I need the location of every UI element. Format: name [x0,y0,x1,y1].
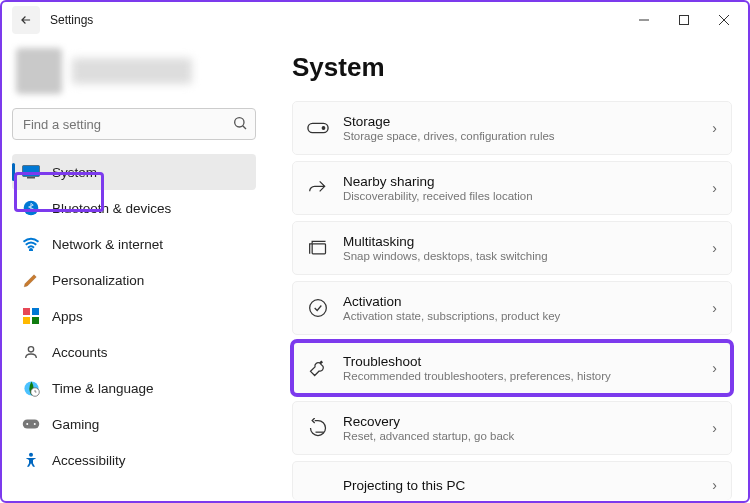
bluetooth-icon [22,199,40,217]
card-sub: Storage space, drives, configuration rul… [343,130,698,142]
close-button[interactable] [704,4,744,36]
card-sub: Reset, advanced startup, go back [343,430,698,442]
nav-label: Network & internet [52,237,163,252]
recovery-icon [307,417,329,439]
card-multitasking[interactable]: MultitaskingSnap windows, desktops, task… [292,221,732,275]
svg-line-5 [243,126,246,129]
wifi-icon [22,235,40,253]
svg-rect-6 [23,166,40,177]
card-title: Nearby sharing [343,174,698,189]
nav-label: Gaming [52,417,99,432]
card-title: Troubleshoot [343,354,698,369]
svg-rect-13 [32,317,39,324]
nav-label: Time & language [52,381,154,396]
card-nearby-sharing[interactable]: Nearby sharingDiscoverability, received … [292,161,732,215]
svg-rect-17 [23,420,40,429]
share-icon [307,177,329,199]
person-icon [22,343,40,361]
card-activation[interactable]: ActivationActivation state, subscription… [292,281,732,335]
chevron-right-icon: › [712,240,717,256]
nav-label: Bluetooth & devices [52,201,171,216]
svg-rect-12 [23,317,30,324]
back-button[interactable] [12,6,40,34]
card-sub: Activation state, subscriptions, product… [343,310,698,322]
paintbrush-icon [22,271,40,289]
nav-apps[interactable]: Apps [12,298,256,334]
nav-bluetooth[interactable]: Bluetooth & devices [12,190,256,226]
svg-point-24 [310,300,327,317]
nav-label: Accessibility [52,453,126,468]
page-title: System [292,52,734,83]
chevron-right-icon: › [712,420,717,436]
search-input[interactable] [12,108,256,140]
nav-time[interactable]: Time & language [12,370,256,406]
card-storage[interactable]: StorageStorage space, drives, configurat… [292,101,732,155]
card-recovery[interactable]: RecoveryReset, advanced startup, go back… [292,401,732,455]
maximize-icon [679,15,689,25]
wrench-icon [307,357,329,379]
svg-rect-11 [32,308,39,315]
card-title: Multitasking [343,234,698,249]
chevron-right-icon: › [712,360,717,376]
nav-label: Apps [52,309,83,324]
svg-point-22 [322,127,324,129]
gamepad-icon [22,415,40,433]
svg-point-20 [29,453,33,457]
nav-personalization[interactable]: Personalization [12,262,256,298]
nav-label: System [52,165,97,180]
nav-network[interactable]: Network & internet [12,226,256,262]
search-box[interactable] [12,108,256,140]
search-icon [232,115,248,131]
accessibility-icon [22,451,40,469]
window-title: Settings [50,13,93,27]
card-troubleshoot[interactable]: TroubleshootRecommended troubleshooters,… [292,341,732,395]
card-title: Projecting to this PC [343,478,698,493]
apps-icon [22,307,40,325]
nav-system[interactable]: System [12,154,256,190]
nav-accounts[interactable]: Accounts [12,334,256,370]
multitask-icon [307,237,329,259]
display-icon [22,163,40,181]
svg-rect-7 [27,177,35,179]
minimize-button[interactable] [624,4,664,36]
minimize-icon [639,15,649,25]
card-title: Recovery [343,414,698,429]
svg-point-18 [26,423,28,425]
chevron-right-icon: › [712,477,717,493]
card-projecting[interactable]: Projecting to this PC › [292,461,732,500]
card-title: Activation [343,294,698,309]
arrow-left-icon [19,13,33,27]
svg-rect-10 [23,308,30,315]
svg-rect-1 [680,16,689,25]
avatar [16,48,62,94]
card-sub: Snap windows, desktops, task switching [343,250,698,262]
svg-point-9 [30,249,32,251]
chevron-right-icon: › [712,180,717,196]
close-icon [719,15,729,25]
chevron-right-icon: › [712,120,717,136]
projecting-icon [307,474,329,496]
svg-rect-23 [312,244,325,254]
user-profile[interactable] [12,44,256,108]
card-sub: Discoverability, received files location [343,190,698,202]
check-circle-icon [307,297,329,319]
svg-point-14 [28,347,33,352]
nav-label: Personalization [52,273,144,288]
nav-gaming[interactable]: Gaming [12,406,256,442]
maximize-button[interactable] [664,4,704,36]
card-title: Storage [343,114,698,129]
profile-name [72,58,192,84]
card-sub: Recommended troubleshooters, preferences… [343,370,698,382]
svg-point-19 [34,423,36,425]
clock-globe-icon [22,379,40,397]
nav-label: Accounts [52,345,108,360]
storage-icon [307,117,329,139]
chevron-right-icon: › [712,300,717,316]
nav-accessibility[interactable]: Accessibility [12,442,256,478]
svg-point-4 [235,118,244,127]
